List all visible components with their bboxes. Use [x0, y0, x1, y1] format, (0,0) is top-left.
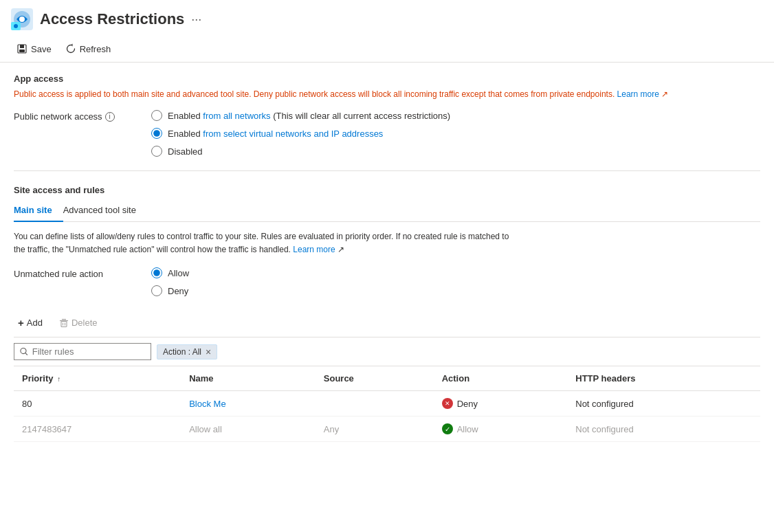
delete-button[interactable]: Delete	[55, 315, 102, 331]
add-icon: +	[18, 317, 24, 329]
action-deny-label: Deny	[457, 399, 478, 409]
refresh-icon	[65, 43, 76, 54]
chip-close-button[interactable]: ×	[206, 347, 211, 357]
app-logo	[11, 8, 33, 30]
external-link-icon-2: ↗	[338, 245, 344, 254]
action-allow-label: Allow	[457, 424, 478, 434]
filter-rules-input[interactable]	[32, 346, 145, 357]
app-access-info: Public access is applied to both main si…	[14, 88, 760, 100]
public-network-access-label: Public network access i	[14, 110, 151, 122]
allow-icon	[442, 423, 453, 434]
col-action: Action	[434, 366, 568, 391]
filter-input-wrapper[interactable]	[14, 343, 151, 360]
toolbar: Save Refresh	[0, 36, 774, 63]
unmatched-rule-label: Unmatched rule action	[14, 267, 151, 279]
svg-rect-9	[62, 319, 66, 320]
tab-advanced-tool[interactable]: Advanced tool site	[63, 199, 147, 222]
site-access-description: You can define lists of allow/deny rules…	[14, 230, 760, 256]
col-name: Name	[181, 366, 316, 391]
action-deny-indicator: Deny	[442, 398, 560, 409]
table-row: 2147483647 Allow all Any Allow Not confi…	[14, 417, 760, 442]
external-link-icon: ↗	[661, 89, 668, 99]
site-access-section: Site access and rules Main site Advanced…	[14, 185, 760, 442]
col-http-headers: HTTP headers	[567, 366, 760, 391]
sort-arrow-priority: ↑	[57, 375, 60, 383]
radio-option-disabled[interactable]: Disabled	[151, 146, 450, 157]
col-priority: Priority ↑	[14, 366, 181, 391]
radio-option-all-networks[interactable]: Enabled from all networks (This will cle…	[151, 110, 450, 121]
unmatched-rule-action-field: Unmatched rule action Allow Deny	[14, 267, 760, 296]
refresh-button[interactable]: Refresh	[60, 40, 117, 58]
app-access-learn-more-link[interactable]: Learn more	[617, 89, 659, 99]
public-network-info-icon[interactable]: i	[105, 112, 115, 122]
app-access-info-text: Public access is applied to both main si…	[14, 89, 615, 99]
site-tabs: Main site Advanced tool site	[14, 199, 760, 222]
cell-name: Block Me	[181, 391, 316, 417]
radio-option-deny[interactable]: Deny	[151, 285, 189, 296]
col-source: Source	[316, 366, 434, 391]
svg-line-14	[25, 353, 27, 355]
save-icon	[16, 43, 27, 54]
svg-point-13	[21, 348, 26, 354]
svg-rect-7	[19, 49, 25, 52]
radio-option-select-networks[interactable]: Enabled from select virtual networks and…	[151, 128, 450, 139]
radio-option-allow[interactable]: Allow	[151, 267, 189, 278]
cell-http-headers: Not configured	[567, 391, 760, 417]
page-header: Access Restrictions ···	[0, 0, 774, 36]
cell-priority: 2147483647	[14, 417, 181, 442]
save-label: Save	[31, 44, 52, 54]
delete-icon	[59, 318, 69, 328]
site-access-title: Site access and rules	[14, 185, 760, 195]
app-access-title: App access	[14, 74, 760, 84]
site-access-learn-more-link[interactable]: Learn more	[293, 245, 335, 254]
chip-label: Action : All	[163, 347, 201, 357]
svg-rect-10	[61, 321, 67, 326]
app-access-section: App access Public access is applied to b…	[14, 74, 760, 157]
main-content: App access Public access is applied to b…	[0, 63, 774, 453]
radio-disabled[interactable]	[151, 146, 162, 157]
public-network-access-field: Public network access i Enabled from all…	[14, 110, 760, 157]
radio-all-networks[interactable]	[151, 110, 162, 121]
cell-source: Any	[316, 417, 434, 442]
deny-icon	[442, 398, 453, 409]
radio-deny[interactable]	[151, 285, 162, 296]
save-button[interactable]: Save	[11, 40, 57, 58]
action-allow-indicator: Allow	[442, 423, 560, 434]
rule-name-link[interactable]: Block Me	[189, 399, 225, 409]
unmatched-rule-radio-group: Allow Deny	[151, 267, 189, 296]
more-options-icon[interactable]: ···	[191, 12, 201, 27]
table-toolbar: + Add Delete	[14, 307, 760, 337]
section-divider-1	[14, 170, 760, 171]
rules-table: Priority ↑ Name Source Action HTTP heade…	[14, 366, 760, 442]
cell-http-headers: Not configured	[567, 417, 760, 442]
table-body: 80 Block Me Deny Not configured 21474836	[14, 391, 760, 442]
search-icon	[20, 347, 28, 356]
table-header-row: Priority ↑ Name Source Action HTTP heade…	[14, 366, 760, 391]
svg-rect-6	[20, 45, 24, 48]
cell-action: Deny	[434, 391, 568, 417]
tab-main-site[interactable]: Main site	[14, 199, 63, 222]
svg-point-4	[14, 24, 18, 28]
action-filter-chip: Action : All ×	[157, 344, 217, 359]
cell-priority: 80	[14, 391, 181, 417]
svg-point-2	[19, 16, 25, 22]
table-header: Priority ↑ Name Source Action HTTP heade…	[14, 366, 760, 391]
add-button[interactable]: + Add	[14, 314, 47, 331]
table-row: 80 Block Me Deny Not configured	[14, 391, 760, 417]
radio-allow[interactable]	[151, 267, 162, 278]
public-network-radio-group: Enabled from all networks (This will cle…	[151, 110, 450, 157]
cell-source	[316, 391, 434, 417]
cell-action: Allow	[434, 417, 568, 442]
radio-select-networks[interactable]	[151, 128, 162, 139]
page-title: Access Restrictions	[40, 10, 184, 28]
refresh-label: Refresh	[80, 44, 111, 54]
cell-name: Allow all	[181, 417, 316, 442]
filter-row: Action : All ×	[14, 337, 760, 366]
